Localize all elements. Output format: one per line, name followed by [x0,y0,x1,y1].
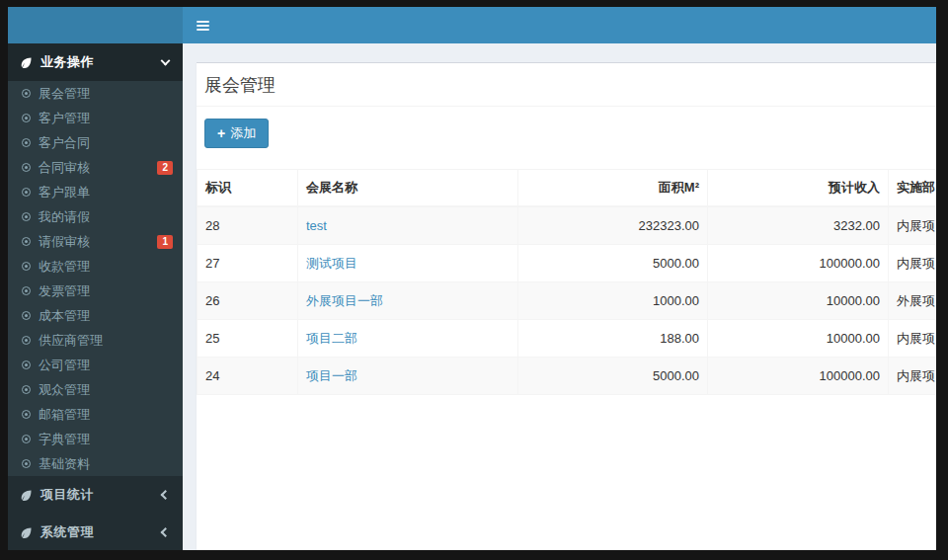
cell-dept: 内展项目 [889,320,936,358]
dot-circle-icon [22,163,31,172]
sidebar-toggle-button[interactable] [183,7,222,43]
table-row: 28test232323.003232.00内展项目 [198,206,936,245]
sidebar-item[interactable]: 发票管理 [8,279,183,303]
dot-circle-icon [22,311,31,320]
dot-circle-icon [22,188,31,197]
dot-circle-icon [22,138,31,147]
dot-circle-icon [22,237,31,246]
table-row: 25项目二部188.0010000.00内展项目 [198,320,936,358]
exhibition-link[interactable]: 项目二部 [306,331,357,346]
sidebar-section-project-stats[interactable]: 项目统计 [8,476,183,514]
count-badge: 2 [157,161,173,175]
chevron-left-icon [161,490,171,500]
chevron-left-icon [161,527,171,537]
cell-income: 3232.00 [708,206,889,245]
section-label: 业务操作 [40,53,94,71]
exhibition-link[interactable]: 外展项目一部 [306,293,383,308]
sidebar-item[interactable]: 公司管理 [8,353,183,377]
sidebar-item[interactable]: 观众管理 [8,377,183,402]
sidebar-item[interactable]: 合同审核2 [8,155,183,180]
cell-area: 5000.00 [518,245,708,282]
sidebar-item[interactable]: 基础资料 [8,451,183,476]
sidebar-item[interactable]: 供应商管理 [8,328,183,353]
col-header-name: 会展名称 [298,170,518,207]
content-area: 展会管理 + 添加 标识 会展名称 [183,43,936,550]
cell-name: test [298,206,518,245]
sidebar-item[interactable]: 展会管理 [8,81,183,106]
table-row: 24项目一部5000.00100000.00内展项目 [198,358,936,395]
sidebar-item-label: 供应商管理 [39,334,103,347]
section-label: 系统管理 [40,523,94,541]
sidebar-item-label: 基础资料 [39,457,90,470]
table-body: 28test232323.003232.00内展项目27测试项目5000.001… [198,206,936,395]
dot-circle-icon [22,336,31,345]
submenu-list: 展会管理客户管理客户合同合同审核2客户跟单我的请假请假审核1收款管理发票管理成本… [8,81,183,476]
cell-income: 100000.00 [708,358,889,395]
dot-circle-icon [22,114,31,122]
cell-dept: 内展项目 [889,358,936,395]
cell-dept: 外展项目 [889,282,936,320]
cell-area: 188.00 [518,320,708,358]
cell-area: 232323.00 [518,206,708,245]
col-header-area: 面积M² [518,170,708,207]
sidebar-item-label: 客户合同 [39,136,90,149]
leaf-icon [20,489,33,502]
col-header-income: 预计收入 [708,170,889,207]
sidebar-item-label: 客户管理 [39,112,90,124]
exhibition-link[interactable]: 测试项目 [306,256,357,271]
sidebar-item-label: 公司管理 [39,359,90,371]
cell-income: 10000.00 [708,320,889,358]
sidebar-item[interactable]: 邮箱管理 [8,402,183,427]
add-button[interactable]: + 添加 [204,119,269,148]
cell-dept: 内展项目 [889,245,936,282]
count-badge: 1 [157,235,173,249]
cell-id: 27 [198,245,298,282]
dot-circle-icon [22,89,31,98]
sidebar-section-system-mgmt[interactable]: 系统管理 [8,514,183,550]
sidebar-item-label: 我的请假 [39,210,90,223]
sidebar-item[interactable]: 客户管理 [8,106,183,130]
dot-circle-icon [22,212,31,221]
exhibition-link[interactable]: test [306,218,327,233]
cell-dept: 内展项目 [889,206,936,245]
exhibition-table: 标识 会展名称 面积M² 预计收入 实施部门 28test232323.0032… [197,169,936,395]
leaf-icon [20,526,33,539]
sidebar-item-label: 合同审核 [39,161,90,174]
cell-name: 项目二部 [298,320,518,358]
sidebar-item[interactable]: 我的请假 [8,204,183,229]
sidebar-item-label: 收款管理 [39,260,90,273]
col-header-dept: 实施部门 [889,170,936,207]
table-header-row: 标识 会展名称 面积M² 预计收入 实施部门 [198,170,936,207]
logo-area[interactable] [8,7,183,43]
dot-circle-icon [22,286,31,295]
sidebar-item[interactable]: 字典管理 [8,427,183,451]
sidebar-item-label: 成本管理 [39,309,90,322]
chevron-down-icon [161,56,171,66]
sidebar-item-label: 邮箱管理 [39,408,90,421]
cell-name: 外展项目一部 [298,282,518,320]
add-button-label: 添加 [230,124,256,142]
table-row: 27测试项目5000.00100000.00内展项目 [198,245,936,282]
app-window: 业务操作 展会管理客户管理客户合同合同审核2客户跟单我的请假请假审核1收款管理发… [8,7,936,550]
cell-area: 5000.00 [518,358,708,395]
sidebar-item[interactable]: 成本管理 [8,303,183,328]
plus-icon: + [217,127,225,140]
cell-income: 10000.00 [708,282,889,320]
cell-id: 24 [198,358,298,395]
cell-id: 28 [198,206,298,245]
table-row: 26外展项目一部1000.0010000.00外展项目 [198,282,936,320]
sidebar-section-business-ops[interactable]: 业务操作 [8,43,183,81]
sidebar-item[interactable]: 请假审核1 [8,229,183,254]
section-label: 项目统计 [40,486,94,504]
sidebar-item-label: 展会管理 [39,87,90,100]
sidebar-item[interactable]: 收款管理 [8,254,183,279]
sidebar-item[interactable]: 客户合同 [8,130,183,155]
card-header: 展会管理 [197,63,936,107]
sidebar-item-label: 客户跟单 [39,186,90,199]
sidebar-item-label: 发票管理 [39,284,90,297]
cell-income: 100000.00 [708,245,889,282]
exhibition-link[interactable]: 项目一部 [306,368,357,383]
dot-circle-icon [22,385,31,394]
sidebar-item[interactable]: 客户跟单 [8,180,183,204]
col-header-id: 标识 [198,170,298,207]
